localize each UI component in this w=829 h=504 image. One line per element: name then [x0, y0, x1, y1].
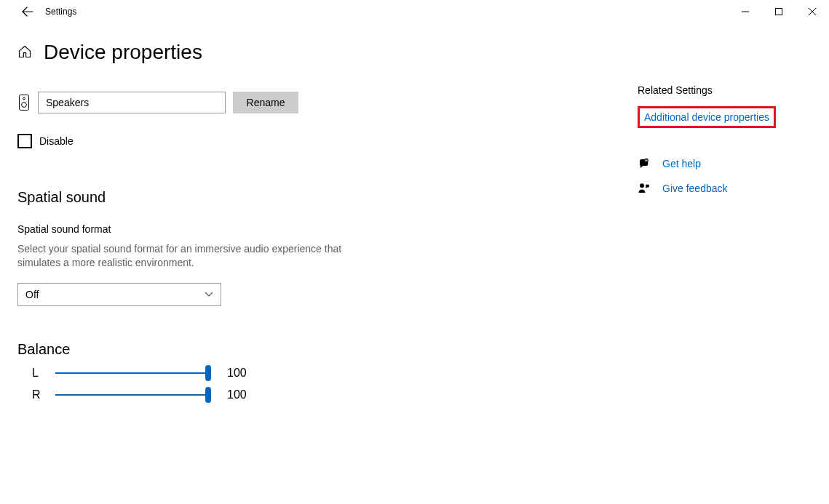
balance-left-value: 100 [227, 367, 247, 380]
svg-point-6 [640, 183, 644, 188]
device-name-input[interactable] [38, 92, 226, 113]
balance-heading: Balance [17, 341, 571, 358]
get-help-icon [638, 157, 651, 170]
back-arrow-icon [22, 6, 33, 17]
close-button[interactable] [796, 0, 829, 23]
additional-device-properties-link[interactable]: Additional device properties [644, 111, 769, 123]
side-panel: Related Settings Additional device prope… [638, 84, 776, 207]
close-icon [809, 8, 816, 15]
get-help-link[interactable]: Get help [662, 158, 701, 169]
balance-right-value: 100 [227, 388, 247, 401]
balance-right-label: R [32, 388, 42, 401]
back-button[interactable] [13, 0, 42, 23]
page-title: Device properties [44, 41, 202, 64]
minimize-icon [742, 8, 749, 15]
home-icon[interactable] [17, 44, 32, 61]
spatial-format-label: Spatial sound format [17, 223, 571, 235]
spatial-sound-heading: Spatial sound [17, 189, 571, 206]
give-feedback-link[interactable]: Give feedback [662, 183, 728, 194]
svg-rect-1 [776, 9, 782, 15]
svg-point-3 [23, 97, 25, 100]
main-panel: Device properties Rename Disable Spatial… [17, 41, 571, 410]
minimize-button[interactable] [729, 0, 762, 23]
rename-button[interactable]: Rename [233, 92, 298, 113]
maximize-icon [775, 8, 782, 15]
title-bar: Settings [0, 0, 829, 23]
app-title: Settings [45, 7, 76, 17]
window-controls [729, 0, 829, 23]
balance-left-row: L 100 [32, 367, 571, 380]
speaker-icon [17, 93, 31, 112]
balance-right-row: R 100 [32, 388, 571, 401]
dropdown-selected-value: Off [25, 289, 39, 300]
highlighted-link-box: Additional device properties [638, 106, 776, 128]
svg-point-4 [22, 103, 27, 108]
balance-right-slider[interactable] [55, 388, 208, 401]
disable-label: Disable [39, 135, 74, 147]
disable-checkbox[interactable] [17, 134, 32, 148]
chevron-down-icon [205, 289, 213, 300]
maximize-button[interactable] [762, 0, 796, 23]
related-settings-heading: Related Settings [638, 84, 776, 96]
spatial-format-dropdown[interactable]: Off [17, 283, 221, 306]
give-feedback-icon [638, 182, 651, 195]
balance-left-label: L [32, 367, 42, 380]
balance-left-slider[interactable] [55, 367, 208, 380]
spatial-description: Select your spatial sound format for an … [17, 242, 345, 270]
